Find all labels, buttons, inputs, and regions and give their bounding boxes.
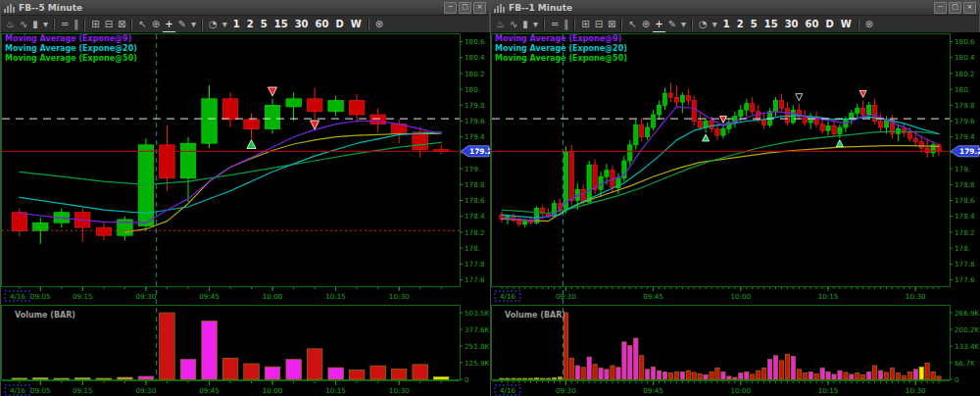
pause-icon[interactable]: ‖	[72, 17, 80, 31]
draw-caret-icon[interactable]: ▾	[679, 17, 688, 31]
layout-close-icon[interactable]: ⊠	[116, 17, 127, 31]
timeframe-30-button[interactable]: 30	[292, 19, 312, 29]
chart-style-icon[interactable]: ♨	[4, 17, 17, 31]
titlebar[interactable]: FB--1 Minute − □ ×	[491, 1, 979, 16]
svg-text:180.4: 180.4	[955, 53, 975, 62]
svg-text:178.4: 178.4	[955, 212, 975, 221]
chart-style-icon[interactable]: ♨	[494, 17, 507, 31]
link-icon[interactable]: =	[549, 17, 561, 31]
bar-type-caret-icon[interactable]: ▾	[531, 17, 540, 31]
candlestick-volume-chart[interactable]: 177.6177.8178.178.2178.4178.6178.8179.17…	[491, 32, 980, 396]
svg-text:179.: 179.	[465, 165, 480, 173]
svg-text:09:45: 09:45	[643, 386, 663, 395]
svg-text:4/16: 4/16	[500, 292, 516, 301]
pan-icon[interactable]: ⊕	[150, 17, 162, 31]
maximize-button[interactable]: □	[949, 2, 961, 14]
svg-text:266.9K: 266.9K	[955, 309, 980, 318]
chart-window-fb-1min: FB--1 Minute − □ × ♨∿▮▾=‖⊞⊟⊠↖⊕+✎▾◔▾12515…	[490, 0, 980, 396]
interval-caret-icon[interactable]: ▾	[220, 17, 229, 31]
bar-type-caret-icon[interactable]: ▾	[41, 17, 50, 31]
svg-text:09:15: 09:15	[73, 292, 93, 301]
timeframe-5-button[interactable]: 5	[748, 19, 760, 29]
toolbar-separator	[202, 19, 203, 30]
indicator-icon[interactable]: ∿	[508, 17, 519, 31]
toolbar-separator	[692, 19, 693, 30]
svg-text:10:00: 10:00	[730, 292, 751, 301]
toolbar-separator	[84, 19, 85, 30]
svg-text:200.2K: 200.2K	[955, 325, 980, 334]
svg-text:179.6: 179.6	[465, 117, 485, 125]
layout-grid-icon[interactable]: ⊞	[89, 17, 101, 31]
draw-icon[interactable]: ✎	[666, 17, 678, 31]
indicator-icon[interactable]: ∿	[18, 17, 29, 31]
minimize-button[interactable]: −	[934, 2, 947, 14]
layout-close-icon[interactable]: ⊠	[606, 17, 617, 31]
toolbar-separator	[131, 19, 132, 30]
timeframe-W-button[interactable]: W	[838, 19, 855, 29]
svg-text:09:30: 09:30	[136, 292, 157, 301]
timeframe-60-button[interactable]: 60	[313, 19, 332, 29]
draw-icon[interactable]: ✎	[176, 17, 188, 31]
crosshair-icon[interactable]: +	[653, 17, 664, 32]
timeframe-D-button[interactable]: D	[333, 19, 347, 29]
interval-timer-icon[interactable]: ◔	[207, 17, 220, 31]
svg-text:09:45: 09:45	[643, 292, 663, 301]
close-button[interactable]: ×	[473, 2, 486, 14]
svg-text:10:00: 10:00	[263, 292, 283, 301]
cursor-icon[interactable]: ↖	[626, 17, 638, 31]
timeframe-D-button[interactable]: D	[823, 19, 837, 29]
svg-text:178.4: 178.4	[465, 212, 485, 221]
svg-text:178.6: 178.6	[955, 196, 975, 205]
svg-text:10:15: 10:15	[818, 292, 839, 301]
svg-text:178.6: 178.6	[465, 196, 485, 205]
pause-icon[interactable]: ‖	[562, 17, 570, 31]
close-button[interactable]: ×	[963, 2, 976, 14]
interval-caret-icon[interactable]: ▾	[710, 17, 719, 31]
timeframe-5-button[interactable]: 5	[258, 19, 270, 29]
chart-region: 177.6177.8178.178.2178.4178.6178.8179.17…	[491, 32, 980, 396]
draw-caret-icon[interactable]: ▾	[189, 17, 198, 31]
timeframe-W-button[interactable]: W	[348, 19, 365, 29]
svg-text:10:00: 10:00	[263, 386, 283, 395]
maximize-button[interactable]: □	[459, 2, 471, 14]
toolbar-separator	[621, 19, 622, 30]
svg-text:10:00: 10:00	[730, 386, 751, 395]
timeframe-30-button[interactable]: 30	[782, 19, 802, 29]
timeframe-15-button[interactable]: 15	[761, 19, 781, 29]
svg-text:178.8: 178.8	[465, 180, 485, 189]
svg-text:09:30: 09:30	[556, 386, 576, 395]
svg-text:180.: 180.	[465, 85, 480, 94]
svg-text:179.22: 179.22	[469, 147, 491, 156]
timeframe-15-button[interactable]: 15	[271, 19, 291, 29]
svg-text:503.5K: 503.5K	[465, 309, 490, 318]
crosshair-icon[interactable]: +	[163, 17, 174, 32]
timeframe-1-button[interactable]: 1	[230, 19, 243, 29]
titlebar[interactable]: FB--5 Minute − □ ×	[1, 1, 489, 16]
svg-text:10:30: 10:30	[906, 386, 926, 395]
svg-text:09:45: 09:45	[199, 386, 220, 395]
timeframe-2-button[interactable]: 2	[734, 19, 747, 29]
interval-timer-icon[interactable]: ◔	[697, 17, 710, 31]
candlestick-volume-chart[interactable]: 177.6177.8178.178.2178.4178.6178.8179.17…	[1, 32, 491, 396]
window-title: FB--1 Minute	[509, 3, 572, 13]
svg-text:178.: 178.	[465, 244, 480, 253]
svg-text:178.8: 178.8	[955, 180, 975, 189]
link-icon[interactable]: =	[59, 17, 71, 31]
layout-rows-icon[interactable]: ⊟	[103, 17, 115, 31]
minimize-button[interactable]: −	[444, 2, 457, 14]
svg-text:0: 0	[955, 375, 959, 384]
disconnect-icon[interactable]: ⊗	[863, 17, 875, 31]
pan-icon[interactable]: ⊕	[640, 17, 652, 31]
timeframe-60-button[interactable]: 60	[803, 19, 822, 29]
timeframe-2-button[interactable]: 2	[244, 19, 257, 29]
svg-text:179.8: 179.8	[955, 101, 975, 110]
svg-text:178.2: 178.2	[955, 228, 975, 237]
layout-rows-icon[interactable]: ⊟	[593, 17, 605, 31]
bar-type-icon[interactable]: ▮	[520, 17, 530, 31]
layout-grid-icon[interactable]: ⊞	[579, 17, 591, 31]
bar-type-icon[interactable]: ▮	[30, 17, 40, 31]
disconnect-icon[interactable]: ⊗	[373, 17, 385, 31]
cursor-icon[interactable]: ↖	[136, 17, 148, 31]
toolbar-separator	[858, 19, 859, 30]
timeframe-1-button[interactable]: 1	[720, 19, 733, 29]
